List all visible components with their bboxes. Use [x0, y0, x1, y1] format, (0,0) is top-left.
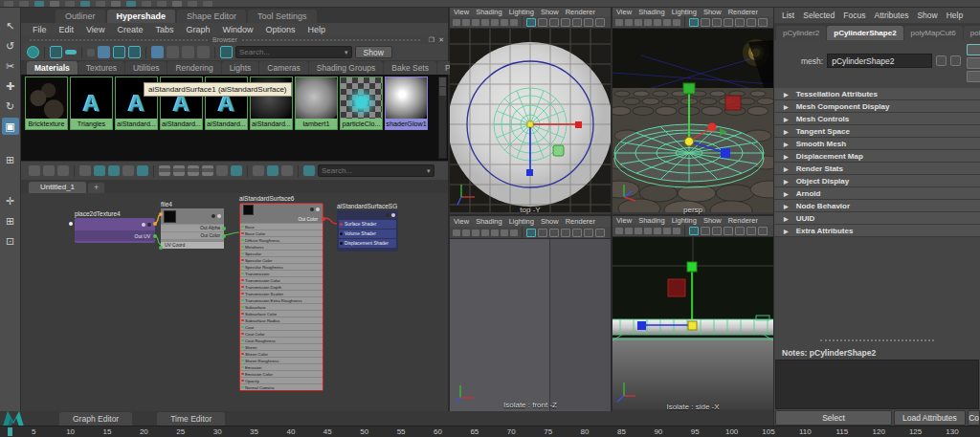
zoom-icon[interactable]: [216, 165, 228, 176]
input-connections-icon[interactable]: [29, 165, 40, 176]
graph-selected-icon[interactable]: [108, 165, 120, 176]
display-connected-icon[interactable]: [173, 165, 185, 176]
menu-item[interactable]: Show: [917, 11, 937, 20]
display-custom-icon[interactable]: [202, 165, 213, 176]
unlink-icon[interactable]: [281, 165, 293, 176]
attribute-section[interactable]: ▶ Smooth Mesh: [774, 138, 980, 150]
viewport-menu-item[interactable]: Renderer: [728, 8, 758, 16]
material-swatch[interactable]: lambert1: [295, 76, 338, 130]
category-tab[interactable]: Textures: [78, 61, 124, 75]
panel-tab[interactable]: Tool Settings: [248, 10, 317, 23]
menu-item[interactable]: Window: [222, 25, 253, 34]
close-icon[interactable]: ✕: [438, 36, 444, 44]
node-attr-row[interactable]: Normal Camera: [240, 383, 323, 390]
node-attr-row[interactable]: Subsurface: [240, 303, 323, 310]
rearrange-icon[interactable]: [122, 165, 134, 176]
attribute-section[interactable]: ▶ Mesh Component Display: [774, 100, 980, 113]
viewport-menu-item[interactable]: Renderer: [728, 216, 758, 225]
attribute-editor-button[interactable]: Co: [968, 410, 980, 426]
chevron-down-icon[interactable]: ▾: [427, 167, 431, 175]
mesh-name-field[interactable]: [827, 54, 932, 68]
node-attr-row[interactable]: Coat: [240, 323, 323, 330]
attribute-section[interactable]: ▶ Render Stats: [774, 163, 980, 175]
material-swatch[interactable]: A Triangles: [70, 76, 113, 130]
snap-grid-icon[interactable]: [253, 165, 264, 176]
node-attr-row[interactable]: Out Alpha: [161, 224, 224, 231]
attribute-editor-tab[interactable]: pCylinderShape2: [827, 26, 902, 40]
menu-item[interactable]: Tabs: [155, 25, 173, 34]
node-attr-row[interactable]: Sheen Roughness: [240, 357, 323, 363]
attribute-section[interactable]: ▶ UUID: [774, 212, 980, 225]
toolbox-tool[interactable]: ⊞: [2, 212, 19, 229]
node-search[interactable]: ▾: [318, 164, 434, 177]
viewport-menu-item[interactable]: Renderer: [566, 217, 595, 226]
graph-input-icon[interactable]: [98, 46, 110, 58]
node-attr-row[interactable]: Sheen Color: [240, 350, 323, 357]
viewport-menu-item[interactable]: Renderer: [566, 8, 595, 16]
refresh-icon[interactable]: [197, 46, 210, 58]
frame-all-icon[interactable]: [231, 165, 242, 176]
focus-icon[interactable]: [936, 55, 947, 66]
category-tab[interactable]: Bake Sets: [384, 61, 436, 75]
menu-item[interactable]: Help: [947, 11, 963, 20]
show-button[interactable]: Show: [355, 46, 392, 58]
category-tab[interactable]: Cameras: [259, 61, 307, 75]
menu-item[interactable]: List: [782, 11, 794, 20]
display-simple-icon[interactable]: [159, 165, 170, 176]
node-attr-row[interactable]: Transmission Depth: [240, 283, 323, 290]
attribute-section[interactable]: ▶ Object Display: [774, 175, 980, 187]
add-tab-button[interactable]: +: [88, 183, 104, 193]
node-attr-row[interactable]: Coat Color: [240, 330, 323, 337]
graph-both-icon[interactable]: [128, 46, 141, 58]
output-connections-icon[interactable]: [57, 165, 69, 176]
docked-panel-tab[interactable]: Time Editor: [157, 412, 225, 426]
node-shading-group[interactable]: aiStandardSurfaceSG Surface ShaderVolume…: [337, 203, 398, 251]
node-attr-row[interactable]: Displacement Shader: [339, 239, 396, 248]
time-slider[interactable]: 5101520253035404550556065707580859095100…: [0, 426, 980, 437]
node-attr-row[interactable]: Specular Color: [240, 256, 323, 263]
node-attr-row[interactable]: Diffuse Roughness: [240, 236, 323, 243]
toolbox-tool[interactable]: ✛: [2, 192, 19, 209]
menu-item[interactable]: Edit: [59, 25, 75, 34]
sort-icon[interactable]: [151, 46, 164, 58]
work-area-tab[interactable]: Untitled_1: [29, 182, 86, 193]
toolbox-tool[interactable]: ✂: [2, 57, 19, 75]
toolbox-tool[interactable]: ⊡: [2, 232, 19, 250]
browser-search-input[interactable]: [239, 48, 345, 56]
link-icon[interactable]: [267, 165, 278, 176]
category-tab[interactable]: Lights: [222, 61, 259, 75]
menu-item[interactable]: Selected: [803, 11, 835, 20]
category-tab[interactable]: Rendering: [167, 61, 220, 75]
node-attr-row[interactable]: Subsurface Color: [240, 310, 323, 317]
grid-view-icon[interactable]: [167, 46, 179, 58]
category-tab[interactable]: Materials: [27, 61, 78, 75]
viewport-menu-item[interactable]: Lighting: [672, 8, 697, 16]
node-place2dtexture[interactable]: place2dTexture4 Out UV: [75, 210, 155, 243]
attribute-section[interactable]: ▶ Tessellation Attributes: [774, 88, 980, 100]
panel-tab[interactable]: Hypershade: [107, 10, 176, 23]
toolbox-tool[interactable]: ↖: [2, 17, 19, 34]
node-attr-row[interactable]: Subsurface Radius: [240, 317, 323, 323]
viewport-menu-item[interactable]: Shading: [476, 217, 502, 226]
material-swatch[interactable]: Bricktexture: [25, 76, 68, 130]
presets-icon[interactable]: [950, 55, 961, 66]
frame-icon[interactable]: [220, 46, 233, 58]
panel-tab[interactable]: Outliner: [56, 10, 105, 23]
node-attr-row[interactable]: Metalness: [240, 243, 323, 250]
viewport-canvas[interactable]: Isolate : front -Z: [450, 239, 611, 411]
node-attr-row[interactable]: Opacity: [240, 377, 323, 383]
node-attr-row[interactable]: Surface Shader: [339, 220, 396, 229]
node-search-input[interactable]: [322, 166, 427, 175]
attribute-section[interactable]: ▶ Displacement Map: [774, 150, 980, 163]
pin-node-icon[interactable]: [303, 165, 315, 176]
docked-panel-tab[interactable]: Graph Editor: [59, 412, 132, 426]
attribute-editor-button[interactable]: Select: [775, 410, 892, 426]
attribute-editor-tab[interactable]: pCylinder2: [776, 26, 826, 40]
viewport-canvas[interactable]: persp: [612, 29, 773, 214]
menu-item[interactable]: Attributes: [874, 11, 908, 20]
toolbox-tool[interactable]: ⊞: [2, 151, 19, 168]
viewport-menu-item[interactable]: Lighting: [509, 8, 534, 16]
current-frame-marker[interactable]: [8, 427, 12, 436]
node-attr-row[interactable]: Base Color: [240, 229, 323, 236]
category-tab[interactable]: Utilities: [125, 61, 167, 75]
